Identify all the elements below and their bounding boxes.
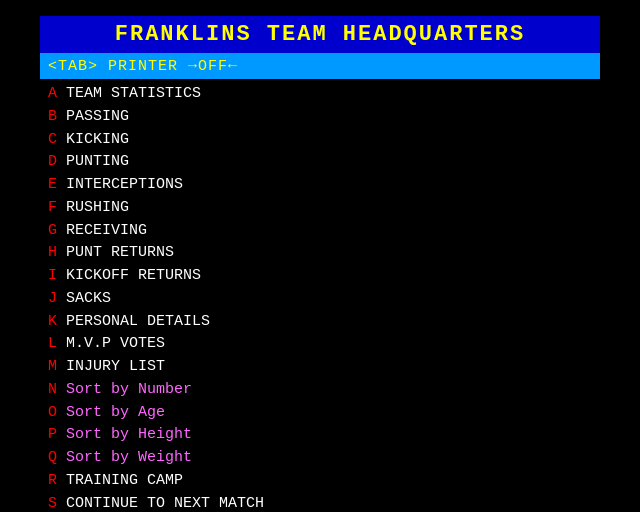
menu-item[interactable]: L M.V.P VOTES <box>48 333 592 355</box>
menu-label: INTERCEPTIONS <box>57 176 183 193</box>
menu-label: PASSING <box>57 108 129 125</box>
menu-key: D <box>48 153 57 170</box>
menu-item[interactable]: G RECEIVING <box>48 220 592 242</box>
menu-label: Sort by Height <box>57 426 192 443</box>
menu-item[interactable]: I KICKOFF RETURNS <box>48 265 592 287</box>
menu-key: I <box>48 267 57 284</box>
menu-item[interactable]: O Sort by Age <box>48 402 592 424</box>
menu-item[interactable]: H PUNT RETURNS <box>48 242 592 264</box>
menu-key: G <box>48 222 57 239</box>
menu-label: Sort by Age <box>57 404 165 421</box>
menu-item[interactable]: E INTERCEPTIONS <box>48 174 592 196</box>
menu-key: K <box>48 313 57 330</box>
menu-key: J <box>48 290 57 307</box>
menu-key: C <box>48 131 57 148</box>
menu-key: R <box>48 472 57 489</box>
menu-item[interactable]: R TRAINING CAMP <box>48 470 592 492</box>
menu-item[interactable]: Q Sort by Weight <box>48 447 592 469</box>
menu-label: PUNTING <box>57 153 129 170</box>
menu-item[interactable]: B PASSING <box>48 106 592 128</box>
menu-item[interactable]: N Sort by Number <box>48 379 592 401</box>
menu-item[interactable]: P Sort by Height <box>48 424 592 446</box>
title-text: FRANKLINS TEAM HEADQUARTERS <box>115 22 525 47</box>
menu-label: KICKOFF RETURNS <box>57 267 201 284</box>
menu-item[interactable]: S CONTINUE TO NEXT MATCH <box>48 493 592 513</box>
menu-label: Sort by Number <box>57 381 192 398</box>
screen: FRANKLINS TEAM HEADQUARTERS <TAB> PRINTE… <box>40 16 600 496</box>
menu-area: A TEAM STATISTICSB PASSINGC KICKINGD PUN… <box>40 79 600 512</box>
menu-item[interactable]: F RUSHING <box>48 197 592 219</box>
menu-key: S <box>48 495 57 512</box>
menu-key: B <box>48 108 57 125</box>
menu-label: TRAINING CAMP <box>57 472 183 489</box>
menu-label: CONTINUE TO NEXT MATCH <box>57 495 264 512</box>
menu-key: F <box>48 199 57 216</box>
title-bar: FRANKLINS TEAM HEADQUARTERS <box>40 16 600 53</box>
menu-item[interactable]: M INJURY LIST <box>48 356 592 378</box>
menu-label: SACKS <box>57 290 111 307</box>
menu-key: E <box>48 176 57 193</box>
menu-item[interactable]: D PUNTING <box>48 151 592 173</box>
menu-key: P <box>48 426 57 443</box>
menu-item[interactable]: C KICKING <box>48 129 592 151</box>
menu-key: M <box>48 358 57 375</box>
printer-bar[interactable]: <TAB> PRINTER →OFF← <box>40 53 600 79</box>
menu-label: KICKING <box>57 131 129 148</box>
menu-key: A <box>48 85 57 102</box>
menu-label: RECEIVING <box>57 222 147 239</box>
menu-label: PUNT RETURNS <box>57 244 174 261</box>
menu-item[interactable]: J SACKS <box>48 288 592 310</box>
menu-label: Sort by Weight <box>57 449 192 466</box>
menu-key: N <box>48 381 57 398</box>
menu-label: PERSONAL DETAILS <box>57 313 210 330</box>
menu-key: H <box>48 244 57 261</box>
menu-key: L <box>48 335 57 352</box>
menu-item[interactable]: K PERSONAL DETAILS <box>48 311 592 333</box>
menu-label: INJURY LIST <box>57 358 165 375</box>
menu-label: RUSHING <box>57 199 129 216</box>
menu-label: M.V.P VOTES <box>57 335 165 352</box>
printer-text: <TAB> PRINTER →OFF← <box>48 58 238 75</box>
menu-key: Q <box>48 449 57 466</box>
menu-item[interactable]: A TEAM STATISTICS <box>48 83 592 105</box>
menu-label: TEAM STATISTICS <box>57 85 201 102</box>
menu-key: O <box>48 404 57 421</box>
